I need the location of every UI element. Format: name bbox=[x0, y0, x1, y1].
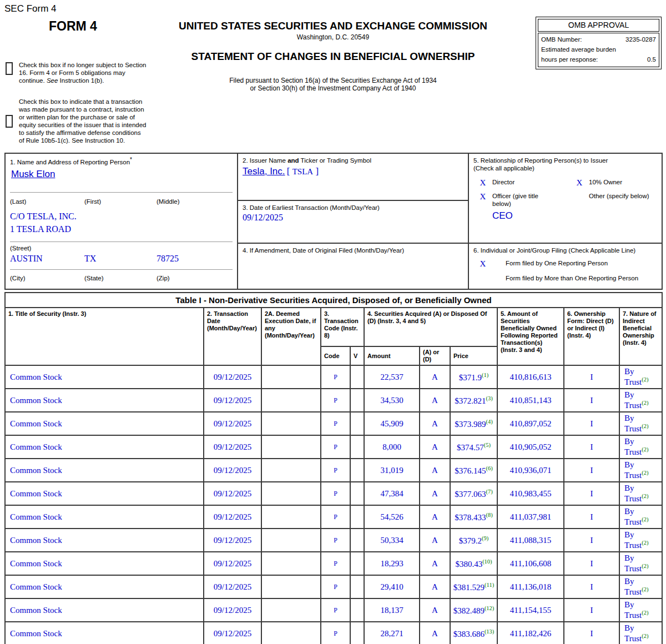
rule10b5-checkbox-label: Check this box to indicate that a transa… bbox=[19, 98, 148, 144]
cell-title-of-security: Common Stock bbox=[5, 482, 204, 505]
price-footnote: (3) bbox=[486, 395, 493, 401]
nature-footnote: (2) bbox=[642, 493, 648, 499]
spacer bbox=[492, 274, 506, 282]
nature-footnote: (2) bbox=[642, 400, 648, 406]
cell-title-of-security: Common Stock bbox=[5, 435, 204, 459]
filing-type-cell: 6. Individual or Joint/Group Filing (Che… bbox=[468, 243, 662, 289]
officer-title-value: CEO bbox=[492, 210, 657, 222]
cell-ownership-form: I bbox=[564, 529, 619, 552]
cell-nature-of-ownership: By Trust(2) bbox=[619, 529, 662, 552]
table-row: Common Stock 09/12/2025 P 54,526 A $378.… bbox=[5, 505, 662, 529]
cell-v bbox=[350, 552, 364, 575]
reporting-person-name-link[interactable]: Musk Elon bbox=[11, 169, 55, 180]
cell-transaction-code: P bbox=[321, 505, 350, 529]
divider bbox=[10, 269, 233, 270]
cell-amount: 29,410 bbox=[364, 575, 420, 598]
middle-label: (Middle) bbox=[157, 198, 233, 205]
col-ownership-form: 6. Ownership Form: Direct (D) or Indirec… bbox=[564, 308, 619, 365]
cell-price: $373.989(4) bbox=[450, 412, 497, 435]
relationship-cell: 5. Relationship of Reporting Person(s) t… bbox=[468, 153, 662, 243]
filed-pursuant-line2: or Section 30(h) of the Investment Compa… bbox=[0, 84, 666, 92]
cell-ownership-form: I bbox=[564, 459, 619, 482]
cell-transaction-date: 09/12/2025 bbox=[204, 575, 261, 598]
cell-nature-of-ownership: By Trust(2) bbox=[619, 412, 662, 435]
nature-footnote: (2) bbox=[642, 376, 648, 383]
cell-shares-owned: 411,154,155 bbox=[497, 598, 564, 622]
issuer-cell: 2. Issuer Name and Ticker or Trading Sym… bbox=[238, 153, 468, 200]
table1-non-derivative: Table I - Non-Derivative Securities Acqu… bbox=[4, 292, 663, 644]
zip-value: 78725 bbox=[157, 254, 233, 264]
table-row: Common Stock 09/12/2025 P 8,000 A $374.5… bbox=[5, 435, 662, 459]
price-footnote: (5) bbox=[484, 442, 491, 448]
cell-title-of-security: Common Stock bbox=[5, 575, 204, 598]
last-label: (Last) bbox=[10, 198, 84, 205]
table-row: Common Stock 09/12/2025 P 47,384 A $377.… bbox=[5, 482, 662, 505]
table-row: Common Stock 09/12/2025 P 31,019 A $376.… bbox=[5, 459, 662, 482]
ten-percent-owner-checkmark: X bbox=[570, 178, 589, 188]
subject-checkbox[interactable] bbox=[6, 62, 13, 75]
cell-transaction-code: P bbox=[321, 598, 350, 622]
omb-burden-label-line1: Estimated average burden bbox=[541, 45, 656, 55]
divider bbox=[10, 242, 233, 242]
issuer-name-link[interactable]: Tesla, Inc. bbox=[243, 166, 285, 177]
cell-a-or-d: A bbox=[420, 598, 450, 622]
cell-transaction-date: 09/12/2025 bbox=[204, 412, 261, 435]
price-footnote: (10) bbox=[482, 559, 492, 565]
subcol-code: Code bbox=[321, 346, 350, 365]
subcol-amount: Amount bbox=[364, 346, 420, 365]
nature-footnote: (2) bbox=[642, 446, 648, 452]
spacer bbox=[492, 259, 506, 269]
cell-transaction-code: P bbox=[321, 552, 350, 575]
more-reporting-person-label: Form filed by More than One Reporting Pe… bbox=[506, 274, 657, 282]
cell-ownership-form: I bbox=[564, 365, 619, 389]
col-deemed-execution-date: 2A. Deemed Execution Date, if any (Month… bbox=[261, 308, 321, 365]
cell-ownership-form: I bbox=[564, 482, 619, 505]
ten-percent-owner-label: 10% Owner bbox=[589, 178, 657, 188]
cell-amount: 8,000 bbox=[364, 435, 420, 459]
cell-price: $376.145(6) bbox=[450, 459, 497, 482]
cell-a-or-d: A bbox=[420, 482, 450, 505]
cell-nature-of-ownership: By Trust(2) bbox=[619, 365, 662, 389]
sec-form4-page: { "colors": { "value_blue": "#0000cc", "… bbox=[0, 0, 666, 644]
price-footnote: (7) bbox=[486, 489, 493, 495]
cell-title-of-security: Common Stock bbox=[5, 412, 204, 435]
col-title-of-security: 1. Title of Security (Instr. 3) bbox=[5, 308, 204, 365]
cell-price: $371.9(1) bbox=[450, 365, 497, 389]
nature-footnote: (2) bbox=[642, 633, 648, 639]
relationship-subtitle: (Check all applicable) bbox=[473, 164, 657, 172]
cell-ownership-form: I bbox=[564, 435, 619, 459]
reporting-person-label: 1. Name and Address of Reporting Person* bbox=[10, 157, 233, 166]
price-footnote: (9) bbox=[482, 535, 488, 541]
col-amount-owned: 5. Amount of Securities Beneficially Own… bbox=[497, 308, 564, 365]
table-row: Common Stock 09/12/2025 P 45,909 A $373.… bbox=[5, 412, 662, 435]
nature-footnote: (2) bbox=[642, 540, 648, 546]
col-nature-indirect: 7. Nature of Indirect Beneficial Ownersh… bbox=[619, 308, 662, 365]
earliest-transaction-cell: 3. Date of Earliest Transaction (Month/D… bbox=[238, 200, 468, 243]
cell-v bbox=[350, 365, 364, 389]
table-row: Common Stock 09/12/2025 P 29,410 A $381.… bbox=[5, 575, 662, 598]
cell-deemed-execution-date bbox=[261, 552, 321, 575]
cell-ownership-form: I bbox=[564, 505, 619, 529]
cell-amount: 18,293 bbox=[364, 552, 420, 575]
cell-deemed-execution-date bbox=[261, 482, 321, 505]
cell-title-of-security: Common Stock bbox=[5, 529, 204, 552]
subcol-v: V bbox=[350, 346, 364, 365]
cell-ownership-form: I bbox=[564, 412, 619, 435]
one-reporting-person-label: Form filed by One Reporting Person bbox=[506, 259, 657, 269]
nature-footnote: (2) bbox=[642, 470, 648, 476]
rule10b5-checkbox[interactable] bbox=[6, 115, 13, 128]
cell-transaction-date: 09/12/2025 bbox=[204, 435, 261, 459]
cell-title-of-security: Common Stock bbox=[5, 552, 204, 575]
cell-deemed-execution-date bbox=[261, 598, 321, 622]
col-transaction-code: 3. Transaction Code (Instr. 8) bbox=[321, 308, 364, 346]
cell-price: $372.821(3) bbox=[450, 389, 497, 412]
filing-type-title: 6. Individual or Joint/Group Filing (Che… bbox=[473, 246, 657, 254]
omb-approval-body: OMB Number: 3235-0287 Estimated average … bbox=[538, 33, 659, 67]
cell-a-or-d: A bbox=[420, 552, 450, 575]
first-label: (First) bbox=[84, 198, 157, 205]
cell-ownership-form: I bbox=[564, 389, 619, 412]
reporting-person-cell: 1. Name and Address of Reporting Person*… bbox=[5, 153, 238, 289]
cell-price: $383.686(13) bbox=[450, 622, 497, 644]
cell-a-or-d: A bbox=[420, 505, 450, 529]
cell-shares-owned: 410,983,455 bbox=[497, 482, 564, 505]
